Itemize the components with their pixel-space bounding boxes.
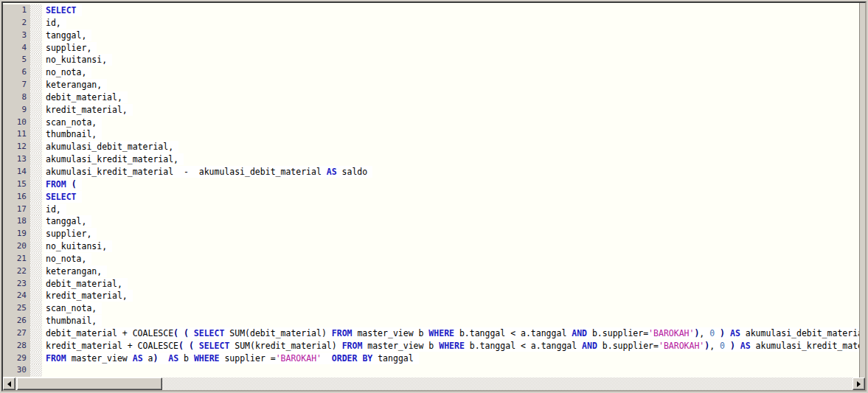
code-line[interactable]: 15FROM ( [3,178,859,191]
code-text[interactable]: tanggal, [42,29,859,42]
fold-margin [30,302,42,315]
fold-margin [30,191,42,204]
code-line[interactable]: 25scan_nota, [3,302,859,315]
code-text[interactable]: supplier, [42,228,859,240]
line-number: 18 [3,215,30,228]
code-text[interactable]: thumbnail, [42,315,859,327]
line-number: 2 [3,17,30,29]
code-text[interactable]: keterangan, [42,79,859,91]
code-line[interactable]: 27debit_material + COALESCE( ( SELECT SU… [3,327,859,340]
line-number: 29 [3,352,30,365]
line-number: 25 [3,302,30,315]
line-number: 16 [3,191,30,204]
fold-margin [30,54,42,66]
code-line[interactable]: 2id, [3,17,859,29]
fold-margin [30,29,42,42]
code-line[interactable]: 18tanggal, [3,215,859,228]
code-line[interactable]: 12akumulasi_debit_material, [3,141,859,153]
code-line[interactable]: 14akumulasi_kredit_material - akumulasi_… [3,166,859,178]
code-text[interactable]: kredit_material, [42,290,859,302]
fold-margin [30,104,42,116]
code-text-run: kredit_material, [44,290,133,302]
code-text[interactable]: akumulasi_kredit_material, [42,153,859,166]
code-text-run: debit_material, [44,278,128,290]
code-text-run: tanggal, [44,215,91,227]
code-text[interactable]: FROM master_view AS a) AS b WHERE suppli… [42,352,859,365]
code-text[interactable]: keterangan, [42,265,859,278]
code-text[interactable]: akumulasi_debit_material, [42,141,859,153]
code-text[interactable]: no_nota, [42,253,859,265]
scroll-left-button[interactable] [3,378,15,390]
code-line[interactable]: 4supplier, [3,42,859,55]
code-line[interactable]: 20no_kuitansi, [3,240,859,253]
code-line[interactable]: 17id, [3,204,859,216]
code-line[interactable]: 11thumbnail, [3,128,859,141]
horizontal-scroll-thumb[interactable] [17,378,162,390]
code-text-run: akumulasi_kredit_material, [44,153,184,165]
fold-margin [30,290,42,302]
code-line[interactable]: 24kredit_material, [3,290,859,302]
code-line[interactable]: 5no_kuitansi, [3,54,859,66]
code-text-run: tanggal, [44,29,91,41]
code-line[interactable]: 3tanggal, [3,29,859,42]
line-number: 15 [3,178,30,191]
code-text[interactable]: debit_material + COALESCE( ( SELECT SUM(… [42,327,859,340]
code-line[interactable]: 21no_nota, [3,253,859,265]
code-text[interactable]: tanggal, [42,215,859,228]
fold-margin [30,42,42,55]
horizontal-scrollbar[interactable] [3,378,865,390]
code-line[interactable]: 22keterangan, [3,265,859,278]
scroll-right-button[interactable] [853,378,865,390]
code-text[interactable]: no_nota, [42,66,859,79]
code-line[interactable]: 9kredit_material, [3,104,859,116]
code-line[interactable]: 23debit_material, [3,278,859,291]
code-line[interactable]: 10scan_nota, [3,116,859,129]
fold-margin [30,178,42,191]
right-arrow-icon [857,381,861,387]
code-text[interactable]: debit_material, [42,91,859,104]
code-line[interactable]: 19supplier, [3,228,859,240]
code-line[interactable]: 1SELECT [3,4,859,17]
code-text-run: debit_material, [44,91,128,103]
code-text[interactable]: scan_nota, [42,302,859,315]
code-text[interactable]: FROM ( [42,178,859,191]
code-text[interactable]: id, [42,17,859,29]
code-text-run: id, [44,204,66,215]
code-text-run: SELECT [44,4,82,16]
fold-margin [30,153,42,166]
code-text[interactable]: supplier, [42,42,859,55]
code-text[interactable]: no_kuitansi, [42,240,859,253]
editor-main-row: 1SELECT2id,3tanggal,4supplier,5no_kuitan… [3,3,865,378]
code-lines-area[interactable]: 1SELECT2id,3tanggal,4supplier,5no_kuitan… [3,3,859,378]
line-number: 13 [3,153,30,166]
fold-margin [30,4,42,17]
line-number: 30 [3,364,30,377]
code-text[interactable]: kredit_material + COALESCE( ( SELECT SUM… [42,340,859,352]
fold-margin [30,240,42,253]
window-frame: 1SELECT2id,3tanggal,4supplier,5no_kuitan… [0,0,868,393]
sql-editor[interactable]: 1SELECT2id,3tanggal,4supplier,5no_kuitan… [1,1,867,392]
fold-margin [30,340,42,352]
code-text-run: kredit_material, [44,104,133,116]
code-text[interactable] [42,364,859,377]
code-line[interactable]: 6no_nota, [3,66,859,79]
code-line[interactable]: 16SELECT [3,191,859,204]
code-line[interactable]: 26thumbnail, [3,315,859,327]
code-line[interactable]: 28kredit_material + COALESCE( ( SELECT S… [3,340,859,352]
code-text[interactable]: id, [42,204,859,216]
code-line[interactable]: 7keterangan, [3,79,859,91]
code-text[interactable]: SELECT [42,4,859,17]
code-line[interactable]: 30 [3,364,859,377]
code-line[interactable]: 13akumulasi_kredit_material, [3,153,859,166]
code-text[interactable]: thumbnail, [42,128,859,141]
code-text[interactable]: no_kuitansi, [42,54,859,66]
code-text-run: debit_material + COALESCE( ( SELECT SUM(… [44,327,859,339]
code-text[interactable]: SELECT [42,191,859,204]
code-text[interactable]: kredit_material, [42,104,859,116]
code-text[interactable]: debit_material, [42,278,859,291]
code-text[interactable]: scan_nota, [42,116,859,129]
code-line[interactable]: 29FROM master_view AS a) AS b WHERE supp… [3,352,859,365]
code-text[interactable]: akumulasi_kredit_material - akumulasi_de… [42,166,859,178]
code-text-run: no_kuitansi, [44,54,112,66]
code-line[interactable]: 8debit_material, [3,91,859,104]
